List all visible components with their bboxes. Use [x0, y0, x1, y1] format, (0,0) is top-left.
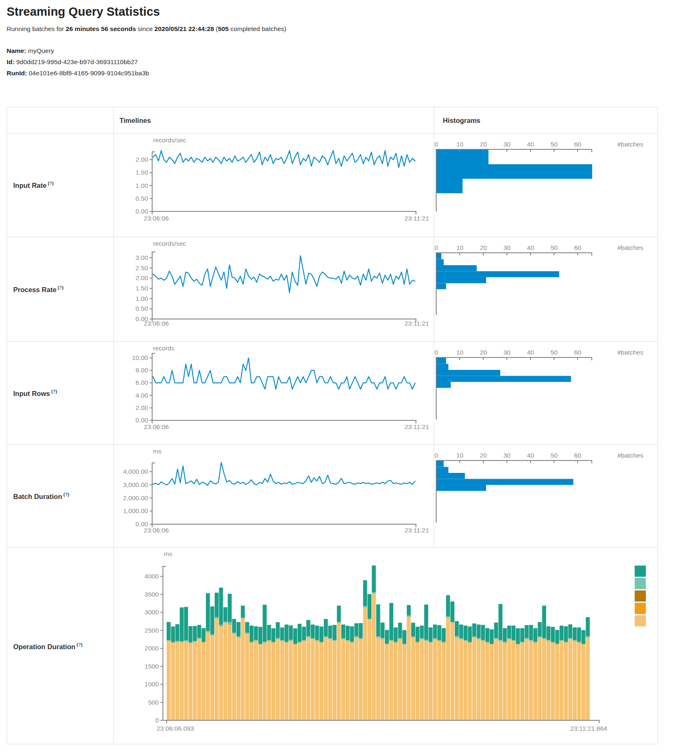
svg-text:60: 60 [574, 349, 581, 356]
svg-text:#batches: #batches [617, 141, 643, 148]
label-column-divider [113, 107, 114, 745]
legend-swatch-3 [635, 603, 646, 614]
svg-text:3000: 3000 [145, 609, 159, 616]
metric-row-input-rate: Input Rate(?)records/sec2.001.501.000.50… [7, 134, 657, 237]
svg-text:23:11:21.864: 23:11:21.864 [570, 725, 607, 732]
svg-text:10.00: 10.00 [132, 354, 148, 361]
svg-text:20: 20 [480, 141, 487, 148]
svg-text:0: 0 [435, 244, 438, 251]
start-timestamp: 2020/05/21 22:44:28 [155, 25, 214, 32]
help-icon[interactable]: (?) [51, 389, 57, 394]
svg-text:0: 0 [435, 452, 438, 459]
svg-text:0: 0 [435, 349, 438, 356]
timeline-chart-input-rows[interactable]: records10.008.006.004.002.000.0023:06:06… [113, 342, 434, 445]
metric-label: Input Rows(?) [13, 389, 57, 398]
svg-text:60: 60 [574, 452, 581, 459]
svg-text:30: 30 [503, 141, 511, 148]
svg-text:60: 60 [574, 244, 581, 251]
svg-text:60: 60 [574, 141, 581, 148]
svg-text:23:06:06: 23:06:06 [144, 527, 169, 534]
column-header-timelines: Timelines [119, 107, 151, 134]
svg-text:0: 0 [155, 717, 159, 724]
svg-text:1,000.00: 1,000.00 [123, 507, 148, 514]
svg-text:20: 20 [480, 349, 487, 356]
metric-label: Input Rate(?) [13, 181, 54, 189]
svg-text:records: records [153, 345, 174, 352]
table-header-row: Timelines Histograms [7, 107, 657, 134]
help-icon[interactable]: (?) [58, 285, 64, 290]
timeline-chart-process-rate[interactable]: records/sec3.002.502.001.501.000.500.002… [113, 237, 434, 342]
svg-text:30: 30 [503, 452, 511, 459]
histogram-chart-process-rate[interactable]: 0102030405060#batches [434, 237, 658, 342]
svg-text:ms: ms [164, 550, 172, 557]
svg-text:#batches: #batches [617, 452, 643, 459]
running-duration: 26 minutes 56 seconds [66, 25, 136, 32]
svg-text:0: 0 [435, 141, 438, 148]
svg-text:4,000.00: 4,000.00 [123, 468, 148, 475]
svg-text:0.50: 0.50 [136, 305, 148, 312]
metric-label: Process Rate(?) [13, 285, 64, 294]
histogram-chart-input-rate[interactable]: 0102030405060#batches [434, 134, 658, 237]
legend-swatch-1 [635, 578, 646, 589]
histogram-chart-batch-duration[interactable]: 0102030405060#batches [434, 445, 658, 548]
svg-text:records/sec: records/sec [153, 137, 186, 144]
column-header-histograms: Histograms [443, 107, 480, 134]
metric-label-cell: Process Rate(?) [7, 237, 113, 341]
svg-text:23:06:06.093: 23:06:06.093 [157, 725, 194, 732]
timeline-chart-input-rate[interactable]: records/sec2.001.501.000.500.0023:06:062… [113, 134, 434, 237]
svg-text:8.00: 8.00 [136, 367, 148, 374]
operation-duration-chart[interactable]: ms4000350030002500200015001000500023:06:… [113, 548, 658, 745]
query-name-value: myQuery [28, 47, 54, 54]
svg-text:2000: 2000 [145, 645, 159, 652]
page-header: Streaming Query Statistics Running batch… [7, 5, 668, 79]
svg-text:50: 50 [550, 141, 558, 148]
help-icon[interactable]: (?) [76, 642, 82, 647]
svg-text:23:11:21: 23:11:21 [404, 423, 429, 430]
metric-row-input-rows: Input Rows(?)records10.008.006.004.002.0… [7, 342, 657, 445]
svg-text:30: 30 [503, 244, 511, 251]
statistics-table: Timelines Histograms Input Rate(?)record… [7, 107, 658, 744]
svg-text:30: 30 [503, 349, 511, 356]
svg-text:1000: 1000 [145, 681, 159, 688]
query-id-label: Id: [7, 58, 14, 65]
svg-text:40: 40 [527, 141, 534, 148]
svg-text:#batches: #batches [617, 244, 643, 251]
svg-text:40: 40 [527, 452, 534, 459]
svg-text:#batches: #batches [617, 349, 643, 356]
svg-text:6.00: 6.00 [136, 379, 148, 386]
query-id-row: Id: 9d0dd219-995d-423e-b97d-36931110bb27 [7, 56, 668, 67]
svg-text:4.00: 4.00 [136, 392, 148, 399]
metric-row-batch-duration: Batch Duration(?)ms4,000.003,000.002,000… [7, 445, 657, 548]
svg-text:23:06:06: 23:06:06 [144, 215, 169, 222]
svg-text:2500: 2500 [145, 627, 159, 634]
query-id-value: 9d0dd219-995d-423e-b97d-36931110bb27 [16, 58, 138, 65]
svg-text:23:06:06: 23:06:06 [144, 423, 169, 430]
svg-text:ms: ms [153, 448, 162, 455]
svg-text:1.50: 1.50 [136, 169, 148, 176]
svg-text:10: 10 [456, 244, 463, 251]
svg-text:50: 50 [550, 452, 558, 459]
legend-swatch-0 [635, 566, 646, 577]
metric-label-cell: Operation Duration(?) [7, 548, 113, 745]
completed-batches-count: 505 [218, 25, 229, 32]
svg-text:0.00: 0.00 [136, 417, 148, 424]
help-icon[interactable]: (?) [48, 181, 54, 186]
svg-text:records/sec: records/sec [153, 240, 186, 247]
help-icon[interactable]: (?) [63, 492, 69, 497]
query-name-label: Name: [7, 47, 26, 54]
svg-text:3.00: 3.00 [136, 254, 148, 261]
svg-text:0.00: 0.00 [136, 208, 148, 215]
svg-text:23:06:06: 23:06:06 [144, 320, 169, 327]
svg-text:3500: 3500 [145, 591, 159, 598]
metric-label: Operation Duration(?) [13, 642, 82, 651]
svg-text:0.50: 0.50 [136, 195, 148, 202]
metric-label-cell: Input Rows(?) [7, 342, 113, 444]
query-runid-label: RunId: [7, 70, 27, 77]
query-metadata: Name: myQuery Id: 9d0dd219-995d-423e-b97… [7, 45, 668, 79]
timeline-histogram-divider [434, 107, 434, 548]
legend-swatch-2 [635, 590, 646, 602]
timeline-chart-batch-duration[interactable]: ms4,000.003,000.002,000.001,000.000.0023… [113, 445, 434, 548]
svg-text:2,000.00: 2,000.00 [123, 494, 148, 501]
svg-text:40: 40 [527, 349, 534, 356]
histogram-chart-input-rows[interactable]: 0102030405060#batches [434, 342, 658, 445]
